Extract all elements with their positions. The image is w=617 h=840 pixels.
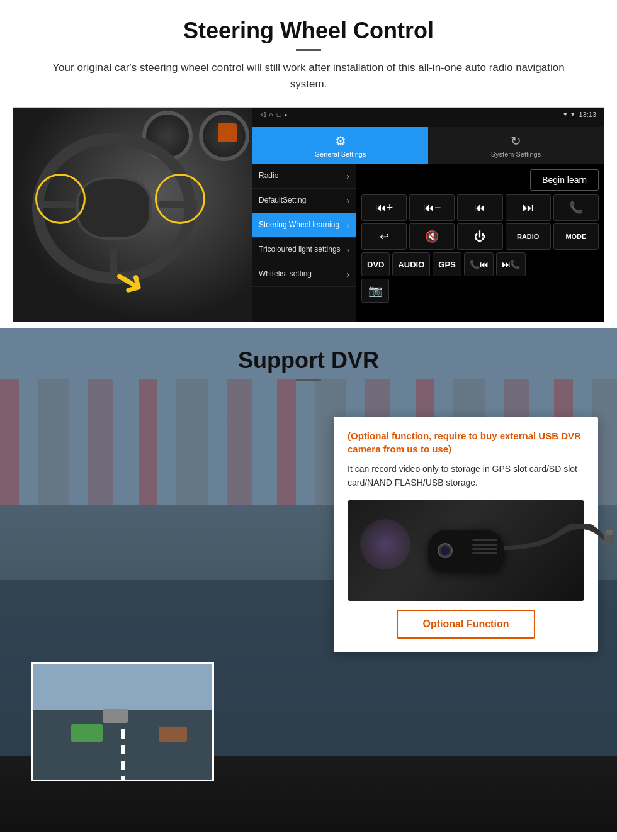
dvr-body-text: It can record video only to storage in G… [348,462,584,490]
control-grid-row4: 📷 [361,279,599,303]
android-nav-bar [252,121,604,127]
section1-header: Steering Wheel Control Your original car… [0,0,617,96]
dvr-divider [296,379,321,381]
ctrl-call[interactable]: 📞 [553,194,599,221]
menu-item-radio[interactable]: Radio › [252,164,356,189]
highlight-circle-left [35,174,86,224]
tab-system-label: System Settings [491,150,541,158]
ctrl-call-next[interactable]: ⏭📞 [496,252,526,276]
menu-default-label: DefaultSetting [259,196,306,206]
snapshot-center-line [121,729,125,780]
ctrl-mode[interactable]: MODE [553,223,599,250]
menu-whitelist-label: Whitelist setting [259,269,312,279]
general-settings-icon: ⚙ [335,133,346,148]
steering-wheel-section: Steering Wheel Control Your original car… [0,0,617,328]
system-settings-icon: ↻ [511,133,521,148]
menu-item-tricoloured[interactable]: Tricoloured light settings › [252,238,356,262]
ctrl-vol-up[interactable]: ⏮+ [361,194,407,221]
indicator-light [218,123,237,142]
optional-btn-wrap: Optional Function [348,610,584,639]
steering-ui-container: ➜ ◁ ○ □ ▪ ▾ ▾ 13:13 [13,107,604,322]
back-nav[interactable]: ◁ [260,110,265,118]
settings-body: Radio › DefaultSetting › Steering Wheel … [252,164,604,322]
dvr-camera-image [348,500,584,601]
dvr-title: Support DVR [13,347,604,374]
dvr-snapshot-thumbnail [31,662,214,781]
ctrl-next[interactable]: ⏭ [506,194,551,221]
section1-title: Steering Wheel Control [13,18,604,44]
recents-nav[interactable]: □ [277,111,281,118]
ctrl-back[interactable]: ↩ [361,223,407,250]
dvr-optional-text: (Optional function, require to buy exter… [348,429,584,456]
menu-tricoloured-chevron: › [346,245,349,255]
menu-whitelist-chevron: › [346,269,349,279]
ctrl-prev[interactable]: ⏮ [457,194,502,221]
signal-icon: ▾ [563,110,567,118]
optional-function-button[interactable]: Optional Function [397,610,536,639]
wifi-icon: ▾ [571,110,575,118]
menu-item-defaultsetting[interactable]: DefaultSetting › [252,189,356,213]
menu-default-chevron: › [346,196,349,206]
ctrl-vol-down[interactable]: ⏮− [409,194,455,221]
wheel-hub [76,177,152,240]
begin-learn-row: Begin learn [361,169,599,191]
begin-learn-button[interactable]: Begin learn [530,169,599,191]
steering-bg: ➜ [13,108,252,322]
controls-area: Begin learn ⏮+ ⏮− ⏮ ⏭ 📞 ↩ 🔇 ⏻ [356,164,604,322]
section1-description: Your original car's steering wheel contr… [38,60,579,92]
dvr-cable-svg [504,524,617,574]
dvr-info-card: (Optional function, require to buy exter… [334,417,598,652]
ctrl-dvd[interactable]: DVD [361,252,390,276]
ctrl-gps[interactable]: GPS [433,252,461,276]
control-grid-row2: ↩ 🔇 ⏻ RADIO MODE [361,223,599,250]
status-right: ▾ ▾ 13:13 [563,110,596,118]
snapshot-car1 [71,724,103,742]
settings-tabs: ⚙ General Settings ↻ System Settings [252,127,604,164]
dvr-section: Support DVR (Optional function, require … [0,328,617,832]
ctrl-audio[interactable]: AUDIO [392,252,430,276]
home-nav[interactable]: ○ [269,111,273,118]
menu-steering-chevron: › [346,220,349,230]
dvr-section-header: Support DVR [0,328,617,386]
ctrl-power[interactable]: ⏻ [457,223,502,250]
menu-nav[interactable]: ▪ [285,111,287,118]
control-grid-row3: DVD AUDIO GPS 📞⏮ ⏭📞 [361,252,599,276]
ctrl-mute[interactable]: 🔇 [409,223,455,250]
menu-radio-label: Radio [259,171,278,181]
tab-system-settings[interactable]: ↻ System Settings [428,127,604,164]
menu-item-steering-wheel[interactable]: Steering Wheel learning › [252,213,356,238]
snapshot-car3 [103,709,128,723]
ctrl-radio[interactable]: RADIO [506,223,551,250]
steering-image: ➜ [13,108,252,322]
highlight-circle-right [155,174,205,224]
dvr-cam-body [428,530,504,571]
android-status-bar: ◁ ○ □ ▪ ▾ ▾ 13:13 [252,108,604,121]
ctrl-dvr-cam[interactable]: 📷 [361,279,389,303]
menu-tricoloured-label: Tricoloured light settings [259,245,341,255]
menu-steering-label: Steering Wheel learning [259,220,339,230]
control-grid-row1: ⏮+ ⏮− ⏮ ⏭ 📞 [361,194,599,221]
menu-radio-chevron: › [346,171,349,181]
tab-general-label: General Settings [315,150,366,158]
settings-menu: Radio › DefaultSetting › Steering Wheel … [252,164,356,322]
nav-icons: ◁ ○ □ ▪ [260,110,287,118]
tab-general-settings[interactable]: ⚙ General Settings [252,127,428,164]
section1-divider [296,49,321,51]
menu-item-whitelist[interactable]: Whitelist setting › [252,262,356,287]
dvr-cam-lens [438,543,453,558]
snapshot-car2 [159,727,187,742]
snapshot-road [33,710,212,780]
time-display: 13:13 [579,111,596,118]
android-screen: ◁ ○ □ ▪ ▾ ▾ 13:13 ⚙ General Settings [252,108,604,322]
svg-rect-1 [606,530,613,535]
ctrl-call-prev[interactable]: 📞⏮ [464,252,494,276]
dvr-glow-effect [360,519,410,569]
